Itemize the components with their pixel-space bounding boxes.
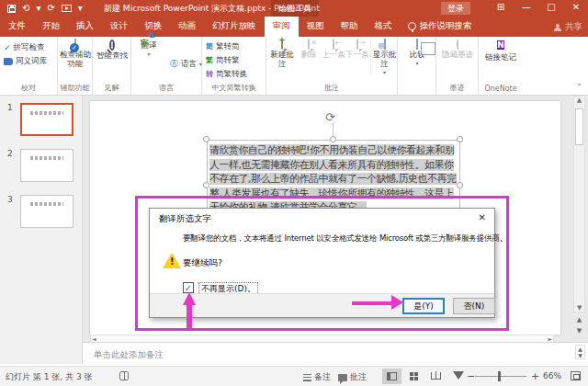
zoom-slider-thumb[interactable]	[498, 371, 501, 381]
previous-comment-button[interactable]: ← 上一条	[322, 40, 345, 60]
group-label-chinese-conversion: 中文简繁转换	[202, 83, 266, 93]
resize-handle-top-right[interactable]	[457, 136, 463, 142]
reading-view-button[interactable]	[426, 369, 446, 384]
tab-insert[interactable]: 插入	[68, 17, 102, 37]
minimize-icon[interactable]: —	[517, 2, 536, 12]
compare-button[interactable]: 比较 ▾	[398, 40, 436, 66]
notes-placeholder[interactable]: 单击此处添加备注	[94, 349, 164, 361]
hide-ink-button[interactable]: 隐藏墨迹	[436, 40, 479, 60]
dialog-close-icon[interactable]: ✕	[479, 212, 486, 222]
fit-to-window-icon[interactable]	[571, 371, 581, 380]
slideshow-button[interactable]	[448, 369, 468, 384]
delete-comment-button[interactable]: ✕ 删除	[297, 40, 321, 60]
yes-button[interactable]: 是(Y)	[402, 298, 445, 314]
notes-scroll-stepper[interactable]: ▲ ▼	[575, 345, 585, 359]
ribbon-display-options-icon[interactable]: ⊞	[492, 2, 510, 12]
group-ink: 隐藏墨迹 墨迹	[436, 37, 479, 95]
language-button[interactable]: Ⓐ 语言 ▾	[166, 57, 202, 71]
zoom-in-button[interactable]: +	[531, 370, 539, 382]
tab-format[interactable]: 格式	[367, 17, 401, 37]
resize-handle-top-left[interactable]	[203, 136, 209, 142]
slide-sorter-button[interactable]	[404, 369, 424, 384]
new-comment-button[interactable]: + 新建批注	[268, 40, 296, 69]
notes-scroll-up-icon[interactable]: ▲	[576, 346, 584, 352]
smart-lookup-button[interactable]: ⅰ 智能查找	[93, 40, 131, 61]
scroll-up-icon[interactable]: ▲	[577, 96, 582, 104]
scroll-left-icon[interactable]: ◄	[92, 335, 96, 342]
resize-handle-top-middle[interactable]	[330, 136, 336, 142]
tell-me-icon	[408, 22, 416, 30]
tab-view[interactable]: 视图	[299, 17, 333, 37]
sign-in-button[interactable]: 登录	[441, 2, 470, 15]
previous-slide-button[interactable]: ▲	[573, 314, 585, 325]
traditional-to-simplified-button[interactable]: 简 繁转简	[202, 40, 266, 53]
normal-view-button[interactable]	[382, 369, 401, 384]
rotate-handle-icon[interactable]: ⟳	[325, 110, 335, 124]
show-comments-button[interactable]: 显示批注 ▾	[370, 40, 398, 75]
compare-dropdown-icon: ▾	[398, 60, 436, 66]
spelling-button[interactable]: ✓ 拼写检查	[0, 40, 57, 54]
tab-home[interactable]: 开始	[34, 17, 68, 37]
close-icon[interactable]: ✕	[567, 2, 585, 12]
notes-toggle-button[interactable]: 备注	[303, 371, 331, 383]
save-icon[interactable]	[7, 5, 16, 13]
convert-button[interactable]: 转 简繁转换	[202, 67, 266, 81]
resize-handle-middle-left[interactable]	[203, 182, 209, 188]
spelling-label: 拼写检查	[14, 42, 45, 53]
tab-review[interactable]: 审阅	[265, 17, 299, 37]
tab-help[interactable]: 帮助	[333, 17, 367, 37]
scroll-right-icon[interactable]: ►	[548, 335, 552, 342]
notes-scroll-down-icon[interactable]: ▼	[576, 352, 584, 358]
comments-toggle-button[interactable]: 批注	[338, 371, 367, 383]
linked-notes-button[interactable]: N 链接笔记	[479, 40, 523, 62]
collapse-ribbon-icon[interactable]: ⌃	[576, 83, 582, 91]
next-comment-label: 下一条	[345, 51, 369, 60]
zoom-slider-track[interactable]	[475, 376, 526, 377]
slide-3-thumbnail[interactable]	[20, 195, 74, 228]
delete-comment-icon: ✕	[308, 39, 310, 50]
notes-area[interactable]: 单击此处添加备注 ▲ ▼	[83, 342, 588, 366]
slide-thumbnail-panel: 1 2 3	[0, 96, 83, 364]
translate-button[interactable]: a字 翻译 ▾	[133, 40, 164, 57]
next-slide-button[interactable]: ▼	[573, 325, 585, 336]
start-slideshow-icon[interactable]	[62, 5, 72, 12]
group-label-onenote: OneNote	[479, 85, 523, 93]
simplified-to-traditional-button[interactable]: 繁 简转繁	[202, 53, 266, 67]
tab-animations[interactable]: 动画	[170, 17, 204, 37]
redo-icon[interactable]: ⟳	[47, 4, 54, 13]
no-button[interactable]: 否(N)	[453, 298, 495, 314]
group-language: a字 翻译 ▾ Ⓐ 语言 ▾ 语言	[131, 37, 202, 95]
group-label-insights: 见解	[93, 83, 130, 93]
powerpoint-window: ⟲ ▾ ⟳ ▾ 新建 Microsoft PowerPoint 演示文稿.ppt…	[0, 0, 588, 386]
maximize-icon[interactable]: □	[542, 2, 560, 12]
text-line-4: 整,人类发展也有了缺失。珍惜你所拥有的独特性。这是上	[209, 187, 454, 199]
delete-comment-label: 删除	[297, 51, 321, 60]
tab-file[interactable]: 文件	[0, 17, 34, 37]
qat-customize-icon[interactable]: ▾	[78, 4, 83, 13]
onenote-icon: N	[497, 40, 504, 50]
slide-1-thumbnail[interactable]	[20, 103, 74, 136]
resize-handle-middle-right[interactable]	[457, 182, 463, 188]
vertical-scroll-thumb[interactable]	[575, 108, 583, 145]
check-accessibility-button[interactable]: 检查辅助功能	[58, 40, 93, 69]
drawing-tools-context-label: 绘图工具	[271, 0, 319, 17]
group-label-accessibility: 辅助功能	[58, 83, 92, 93]
undo-dropdown-icon[interactable]: ▾	[36, 4, 40, 13]
accessibility-checker-icon[interactable]	[119, 371, 129, 380]
tab-design[interactable]: 设计	[102, 17, 136, 37]
zoom-out-button[interactable]: −	[467, 370, 475, 382]
ribbon: ✓ 拼写检查 同义词库 校对 检查辅助功能 辅助功能 ⅰ 智能查找 见解	[0, 37, 588, 96]
zoom-level[interactable]: 66%	[543, 371, 561, 380]
warning-icon	[163, 253, 181, 268]
tab-slideshow[interactable]: 幻灯片放映	[204, 17, 265, 37]
scroll-down-icon[interactable]: ▼	[577, 304, 582, 312]
show-comments-icon	[384, 39, 386, 50]
slide-2-thumbnail[interactable]	[20, 149, 74, 182]
group-compare: 比较 ▾	[398, 37, 436, 95]
share-button[interactable]: 共享	[554, 21, 582, 33]
thesaurus-button[interactable]: 同义词库	[0, 54, 57, 68]
tell-me-box[interactable]: 操作说明搜索	[401, 17, 480, 37]
undo-icon[interactable]: ⟲	[22, 4, 29, 13]
vertical-scrollbar[interactable]: ▲ ▼	[573, 96, 585, 312]
next-comment-button[interactable]: → 下一条	[345, 40, 369, 60]
